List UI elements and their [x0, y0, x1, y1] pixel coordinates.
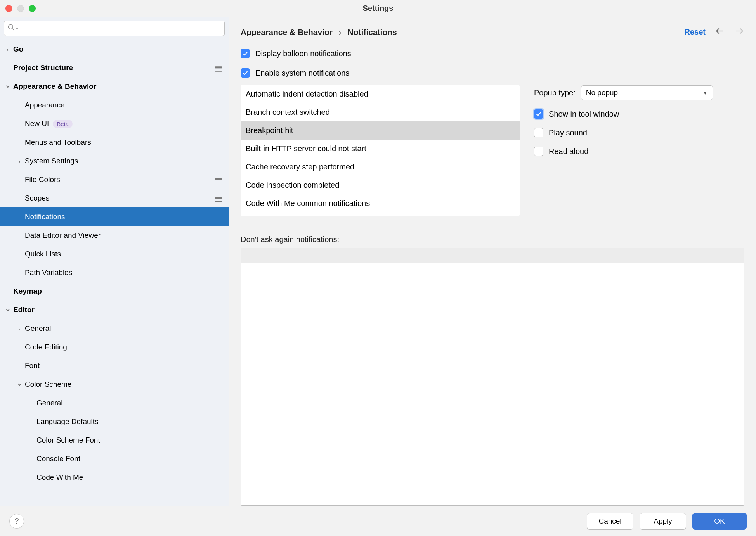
sidebar-item-editor[interactable]: ⌄Editor: [0, 301, 229, 319]
sidebar-item-label: File Colors: [25, 175, 60, 184]
sidebar-item-language-defaults[interactable]: ›Language Defaults: [0, 412, 229, 431]
display-balloon-checkbox[interactable]: [241, 49, 250, 58]
chevron-right-icon[interactable]: ›: [14, 325, 25, 332]
svg-rect-5: [215, 178, 222, 180]
enable-system-checkbox[interactable]: [241, 68, 250, 78]
notification-type-item[interactable]: Code With Me common notifications: [241, 194, 520, 213]
dont-ask-toolbar: [241, 248, 744, 263]
sidebar-item-notifications[interactable]: ›Notifications: [0, 207, 229, 226]
sidebar-item-path-variables[interactable]: ›Path Variables: [0, 263, 229, 282]
play-sound-checkbox[interactable]: [534, 128, 543, 137]
sidebar-item-console-font[interactable]: ›Console Font: [0, 450, 229, 468]
content-area: Appearance & Behavior › Notifications Re…: [229, 17, 756, 506]
svg-rect-3: [215, 67, 222, 68]
breadcrumb-segment[interactable]: Appearance & Behavior: [241, 28, 333, 36]
sidebar-item-code-editing[interactable]: ›Code Editing: [0, 338, 229, 356]
sidebar-item-label: Menus and Toolbars: [25, 138, 91, 147]
sidebar-item-quick-lists[interactable]: ›Quick Lists: [0, 245, 229, 263]
footer-buttons: Cancel Apply OK: [587, 513, 747, 530]
sidebar-item-label: Color Scheme: [25, 380, 71, 389]
sidebar-item-label: General: [36, 399, 63, 407]
sidebar-item-file-colors[interactable]: ›File Colors: [0, 170, 229, 189]
svg-line-1: [12, 28, 14, 30]
back-icon[interactable]: [715, 26, 725, 38]
dont-ask-list[interactable]: [241, 248, 744, 506]
read-aloud-checkbox[interactable]: [534, 147, 543, 156]
sidebar-item-scopes[interactable]: ›Scopes: [0, 189, 229, 207]
chevron-down-icon: ▼: [702, 90, 708, 96]
show-tool-window-row[interactable]: Show in tool window: [534, 109, 713, 119]
show-tool-window-checkbox[interactable]: [534, 109, 543, 119]
sidebar-item-menus-and-toolbars[interactable]: ›Menus and Toolbars: [0, 133, 229, 152]
sidebar-item-label: New UI: [25, 119, 49, 128]
notification-options: Popup type: No popup ▼ Show in tool wind…: [534, 85, 713, 165]
project-level-icon: [215, 65, 222, 71]
notification-type-item[interactable]: Breakpoint hit: [241, 121, 520, 140]
search-icon: [7, 24, 15, 33]
sidebar-item-code-with-me[interactable]: ›Code With Me: [0, 468, 229, 487]
notification-type-item[interactable]: Branch context switched: [241, 103, 520, 121]
main-split: ▾ ›Go›Project Structure⌄Appearance & Beh…: [0, 17, 756, 506]
sidebar-item-go[interactable]: ›Go: [0, 40, 229, 59]
sidebar-item-appearance[interactable]: ›Appearance: [0, 96, 229, 114]
read-aloud-row[interactable]: Read aloud: [534, 147, 713, 156]
project-level-icon: [215, 195, 222, 201]
show-tool-window-label: Show in tool window: [549, 110, 619, 119]
sidebar-item-appearance-behavior[interactable]: ⌄Appearance & Behavior: [0, 77, 229, 96]
content-header: Appearance & Behavior › Notifications Re…: [229, 17, 756, 42]
chevron-right-icon[interactable]: ›: [14, 158, 25, 164]
chevron-down-icon[interactable]: ⌄: [2, 306, 13, 310]
sidebar-item-label: Font: [25, 361, 40, 370]
notification-type-item[interactable]: Automatic indent detection disabled: [241, 85, 520, 103]
sidebar-item-color-scheme[interactable]: ⌄Color Scheme: [0, 375, 229, 394]
sidebar-item-label: System Settings: [25, 157, 78, 165]
popup-type-select[interactable]: No popup ▼: [581, 85, 713, 100]
breadcrumb-separator-icon: ›: [335, 28, 345, 36]
enable-system-row[interactable]: Enable system notifications: [241, 68, 744, 78]
popup-type-value: No popup: [586, 88, 618, 97]
reset-button[interactable]: Reset: [685, 28, 706, 36]
display-balloon-row[interactable]: Display balloon notifications: [241, 49, 744, 58]
chevron-down-icon[interactable]: ⌄: [14, 381, 25, 385]
sidebar-item-color-scheme-font[interactable]: ›Color Scheme Font: [0, 431, 229, 450]
titlebar: Settings: [0, 0, 756, 17]
sidebar-item-label: Path Variables: [25, 268, 72, 277]
svg-point-0: [9, 24, 13, 29]
display-balloon-label: Display balloon notifications: [255, 49, 351, 58]
chevron-down-icon[interactable]: ⌄: [2, 83, 13, 87]
ok-button[interactable]: OK: [692, 513, 747, 530]
cancel-button[interactable]: Cancel: [587, 513, 633, 530]
popup-type-label: Popup type:: [534, 88, 576, 97]
search-input[interactable]: [18, 24, 221, 33]
notification-type-item[interactable]: Built-in HTTP server could not start: [241, 140, 520, 158]
play-sound-row[interactable]: Play sound: [534, 128, 713, 137]
sidebar-item-new-ui[interactable]: ›New UIBeta: [0, 114, 229, 133]
settings-tree[interactable]: ›Go›Project Structure⌄Appearance & Behav…: [0, 38, 229, 506]
sidebar-item-label: Notifications: [25, 213, 65, 221]
sidebar: ▾ ›Go›Project Structure⌄Appearance & Beh…: [0, 17, 229, 506]
sidebar-item-project-structure[interactable]: ›Project Structure: [0, 59, 229, 77]
enable-system-label: Enable system notifications: [255, 69, 349, 78]
apply-button[interactable]: Apply: [640, 513, 686, 530]
sidebar-item-general[interactable]: ›General: [0, 319, 229, 338]
sidebar-item-label: Data Editor and Viewer: [25, 231, 101, 240]
chevron-right-icon[interactable]: ›: [2, 46, 13, 53]
sidebar-item-label: Appearance & Behavior: [13, 82, 96, 91]
sidebar-item-label: Editor: [13, 306, 35, 314]
help-button[interactable]: ?: [9, 514, 24, 529]
notification-type-item[interactable]: Code With Me session notifications: [241, 213, 520, 216]
beta-badge: Beta: [53, 120, 73, 128]
search-box[interactable]: ▾: [4, 21, 225, 36]
notification-types-list[interactable]: Automatic indent detection disabledBranc…: [241, 85, 520, 216]
notification-type-item[interactable]: Code inspection completed: [241, 176, 520, 194]
sidebar-item-keymap[interactable]: ›Keymap: [0, 282, 229, 301]
sidebar-item-label: Scopes: [25, 194, 49, 202]
sidebar-item-font[interactable]: ›Font: [0, 356, 229, 375]
notification-type-item[interactable]: Cache recovery step performed: [241, 158, 520, 176]
sidebar-item-data-editor-and-viewer[interactable]: ›Data Editor and Viewer: [0, 226, 229, 245]
sidebar-item-label: General: [25, 324, 51, 333]
sidebar-item-label: Appearance: [25, 101, 64, 109]
play-sound-label: Play sound: [549, 128, 587, 137]
sidebar-item-system-settings[interactable]: ›System Settings: [0, 152, 229, 170]
sidebar-item-general[interactable]: ›General: [0, 394, 229, 412]
